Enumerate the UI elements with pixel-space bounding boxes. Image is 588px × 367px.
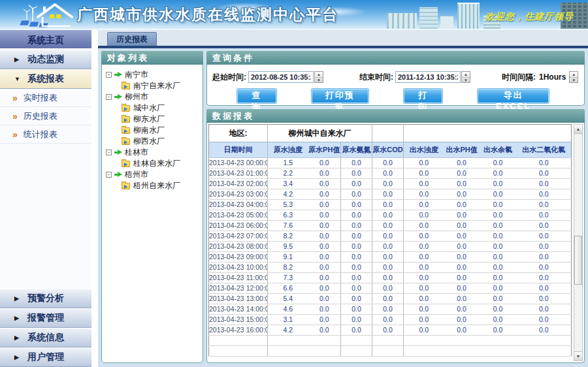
tree-city-node[interactable]: -南宁市 <box>106 69 200 80</box>
sidebar-item-statistics-report[interactable]: » 统计报表 <box>0 125 91 144</box>
tree-city-node[interactable]: -柳州市 <box>106 91 200 103</box>
cell-value: 0.0 <box>517 168 572 179</box>
cell-value: 0.0 <box>444 304 480 315</box>
end-time-spinner[interactable]: ▲ ▼ <box>461 71 470 83</box>
tree-city-node[interactable]: -梧州市 <box>106 169 200 180</box>
export-excel-button[interactable]: 导出EXCEL <box>478 89 549 103</box>
cell-value: 0.0 <box>517 315 572 325</box>
cell-datetime: 2013-04-23 07:00:00 <box>209 231 268 242</box>
tab-history-report[interactable]: 历史报表 <box>107 32 157 46</box>
tree-city-label: 桂林市 <box>125 147 148 158</box>
sidebar-item-system-reports[interactable]: ▼ 系统报表 <box>0 69 91 89</box>
spinner-up-icon[interactable]: ▲ <box>462 72 470 78</box>
start-time-input[interactable] <box>248 71 314 83</box>
table-row[interactable]: 2013-04-23 00:00:001.50.00.00.00.00.00.0… <box>209 158 572 168</box>
content-area: 历史报表 对象列表 -南宁市南宁自来水厂-柳州市城中水厂柳东水厂柳南水厂柳西水厂… <box>98 30 588 367</box>
tree-plant-node[interactable]: 柳东水厂 <box>122 114 200 125</box>
tree-collapse-icon[interactable]: - <box>106 172 112 178</box>
sidebar-item-realtime-report[interactable]: » 实时报表 <box>0 89 91 107</box>
sidebar-item-warning-analysis[interactable]: ▶ 预警分析 <box>0 289 91 308</box>
tree-collapse-icon[interactable]: - <box>106 72 112 78</box>
cell-value: 0.0 <box>444 325 480 336</box>
table-row[interactable]: 2013-04-23 11:00:007.30.00.00.00.00.00.0… <box>209 273 572 283</box>
tree-city-node[interactable]: -桂林市 <box>106 147 200 158</box>
tree-plant-node[interactable]: 柳西水厂 <box>122 136 200 147</box>
tree-collapse-icon[interactable]: - <box>106 150 112 155</box>
table-row[interactable]: 2013-04-23 04:00:005.30.00.00.00.00.00.0… <box>209 200 572 210</box>
cell-value: 0.0 <box>372 168 404 179</box>
sidebar-item-user-management[interactable]: ▶ 用户管理 <box>0 347 91 367</box>
sidebar-item-label: 报警管理 <box>27 312 64 324</box>
table-row[interactable]: 2013-04-23 13:00:005.40.00.00.00.00.00.0… <box>209 294 572 304</box>
table-row[interactable]: 2013-04-23 07:00:008.20.00.00.00.00.00.0… <box>209 231 572 242</box>
spinner-down-icon[interactable]: ▼ <box>570 78 578 83</box>
cell-value: 0.0 <box>517 210 572 221</box>
table-row[interactable]: 2013-04-23 12:00:006.60.00.00.00.00.00.0… <box>209 283 572 294</box>
table-row[interactable]: 2013-04-23 01:00:002.20.00.00.00.00.00.0… <box>209 168 572 179</box>
sidebar-item-system-info[interactable]: ▶ 系统信息 <box>0 328 91 347</box>
cell-value: 0.0 <box>372 221 404 231</box>
sidebar-item-label: 系统信息 <box>27 332 64 343</box>
cell-value: 0.0 <box>341 283 372 294</box>
building-graphic <box>457 3 480 29</box>
right-column: 查询条件 起始时间: ▲ ▼ 结束时间: <box>206 51 585 363</box>
table-row[interactable]: 2013-04-23 15:00:003.10.00.00.00.00.00.0… <box>209 315 572 325</box>
start-time-spinner[interactable]: ▲ ▼ <box>314 71 323 83</box>
scroll-up-button[interactable]: ▲ <box>574 125 582 134</box>
column-header: 原水COD <box>372 142 404 158</box>
cell-value: 0.0 <box>480 252 517 263</box>
table-row[interactable]: 2013-04-23 10:00:008.20.00.00.00.00.00.0… <box>209 263 572 273</box>
table-row[interactable]: 2013-04-23 02:00:003.40.00.00.00.00.00.0… <box>209 179 572 189</box>
tree-plant-label: 柳南水厂 <box>133 125 165 136</box>
green-arrow-icon <box>114 172 122 178</box>
print-preview-button[interactable]: 打印预览 <box>312 89 368 103</box>
chevron-right-icon: ▶ <box>14 354 22 360</box>
scrollbar-thumb[interactable] <box>574 236 582 285</box>
folder-icon <box>122 116 130 123</box>
tree-plant-node[interactable]: 梧州自来水厂 <box>122 180 200 191</box>
table-row[interactable]: 2013-04-23 16:00:004.20.00.00.00.00.00.0… <box>209 325 572 336</box>
sidebar-subitem-label: 历史报表 <box>24 110 57 122</box>
sidebar-item-dynamic-monitoring[interactable]: ▶ 动态监测 <box>0 50 91 69</box>
spinner-down-icon[interactable]: ▼ <box>315 78 323 83</box>
table-row[interactable]: 2013-04-23 14:00:004.60.00.00.00.00.00.0… <box>209 304 572 315</box>
interval-spinner[interactable]: ▲ ▼ <box>569 71 578 83</box>
cell-datetime: 2013-04-23 03:00:00 <box>209 189 268 200</box>
cell-value: 0.0 <box>404 263 444 273</box>
column-header-row: 日期时间原水浊度原水PH值原水氨氮原水COD出水浊度出水PH值出水余氯出水二氧化… <box>209 142 572 158</box>
spinner-down-icon[interactable]: ▼ <box>462 78 470 83</box>
table-row[interactable]: 2013-04-23 06:00:007.60.00.00.00.00.00.0… <box>209 221 572 231</box>
folder-icon <box>122 83 130 89</box>
cell-value: 0.0 <box>517 252 572 263</box>
cell-value: 0.0 <box>480 242 517 252</box>
table-scrollbar[interactable]: ▲ ▼ <box>574 124 583 361</box>
table-row[interactable]: 2013-04-23 08:00:009.50.00.00.00.00.00.0… <box>209 242 572 252</box>
cell-value: 0.0 <box>341 304 372 315</box>
spinner-up-icon[interactable]: ▲ <box>570 72 578 78</box>
tree-plant-node[interactable]: 城中水厂 <box>122 103 200 114</box>
print-button[interactable]: 打印 <box>404 89 443 103</box>
sidebar-item-home[interactable]: 系统主页 <box>0 30 91 50</box>
cell-value: 0.0 <box>480 294 517 304</box>
spinner-up-icon[interactable]: ▲ <box>315 72 323 78</box>
sidebar-item-history-report[interactable]: » 历史报表 <box>0 107 91 125</box>
cell-value: 0.0 <box>480 325 517 336</box>
cell-value: 0.0 <box>308 189 341 200</box>
table-row[interactable]: 2013-04-23 03:00:004.20.00.00.00.00.00.0… <box>209 189 572 200</box>
cell-value: 0.0 <box>480 179 517 189</box>
table-row[interactable]: 2013-04-23 05:00:006.30.00.00.00.00.00.0… <box>209 210 572 221</box>
scroll-down-button[interactable]: ▼ <box>574 351 582 360</box>
query-button[interactable]: 查询 <box>237 89 276 103</box>
end-time-input[interactable] <box>395 71 461 83</box>
sidebar-item-alarm-management[interactable]: ▶ 报警管理 <box>0 308 91 328</box>
cell-datetime: 2013-04-23 15:00:00 <box>209 315 268 325</box>
tree-plant-node[interactable]: 桂林自来水厂 <box>122 158 200 169</box>
table-row[interactable]: 2013-04-23 09:00:009.10.00.00.00.00.00.0… <box>209 252 572 263</box>
cell-datetime: 2013-04-23 13:00:00 <box>209 294 268 304</box>
tree-plant-label: 城中水厂 <box>133 103 165 114</box>
cell-value: 0.0 <box>517 273 572 283</box>
cell-datetime: 2013-04-23 06:00:00 <box>209 221 268 231</box>
tree-collapse-icon[interactable]: - <box>106 94 112 100</box>
tree-plant-node[interactable]: 南宁自来水厂 <box>122 80 200 91</box>
tree-plant-node[interactable]: 柳南水厂 <box>122 125 200 136</box>
